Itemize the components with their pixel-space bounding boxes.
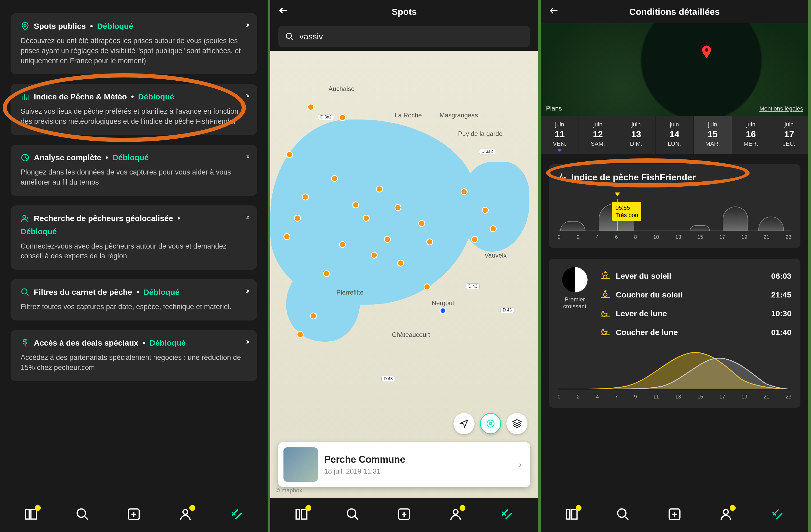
map[interactable]: Auchaise La Roche Masgrangeas Puy de la … xyxy=(270,51,538,498)
person-add-icon xyxy=(21,214,30,223)
road-label: D 3a2 xyxy=(479,149,495,154)
layers-button[interactable] xyxy=(506,413,527,434)
index-tooltip: 05:55Très bon xyxy=(612,202,641,221)
nav-add-icon[interactable] xyxy=(668,507,682,522)
nav-profile-icon[interactable] xyxy=(719,507,733,522)
svg-point-22 xyxy=(618,509,626,517)
spot-marker[interactable] xyxy=(307,104,314,110)
satellite-map[interactable]: Plans Mentions légales xyxy=(541,23,808,116)
topbar: Spots xyxy=(270,0,538,23)
feature-card-analyse-complete[interactable]: ›› Analyse complète • Débloqué Plongez d… xyxy=(11,145,257,196)
status-badge: Débloqué xyxy=(113,153,149,162)
map-label: Nergout xyxy=(431,299,454,307)
nav-logo-icon[interactable] xyxy=(230,507,244,522)
card-title: Indice de Pêche & Météo xyxy=(34,92,127,101)
day-cell[interactable]: juin14LUN. xyxy=(656,116,694,154)
back-button[interactable] xyxy=(549,5,559,18)
bottom-nav xyxy=(0,498,267,532)
road-label: D 43 xyxy=(500,307,514,313)
fishing-index-chart[interactable]: 05:55Très bon0246810131517192123 xyxy=(558,193,792,240)
nav-profile-icon[interactable] xyxy=(178,507,193,522)
feature-cards-list: ›› Spots publics • Débloqué Découvrez où… xyxy=(0,0,267,498)
svg-point-17 xyxy=(705,48,708,51)
svg-rect-5 xyxy=(31,510,36,519)
feature-card-filtres-carnet[interactable]: ›› Filtres du carnet de pêche • Débloqué… xyxy=(11,279,257,320)
card-description: Suivez vos lieux de pêche préférés et pl… xyxy=(21,107,247,127)
chevron-right-icon: ›› xyxy=(246,212,248,221)
feature-card-spots-publics[interactable]: ›› Spots publics • Débloqué Découvrez où… xyxy=(11,13,257,74)
nav-add-icon[interactable] xyxy=(127,507,141,522)
chevron-right-icon: ›› xyxy=(246,91,248,100)
card-description: Connectez-vous avec des pêcheurs autour … xyxy=(21,241,247,261)
topbar: Conditions détaillées xyxy=(541,0,808,23)
map-label: Châteaucourt xyxy=(392,331,430,338)
bottom-nav xyxy=(270,498,538,532)
nav-panels-icon[interactable] xyxy=(294,507,309,522)
spot-marker[interactable] xyxy=(424,284,430,290)
sun-moon-chart[interactable]: 0247911131517192123 xyxy=(558,347,792,400)
notification-badge xyxy=(35,505,41,511)
bars-icon xyxy=(21,92,30,101)
catch-card[interactable]: Perche Commune 18 juil. 2019 11:31 › xyxy=(278,442,530,487)
sunset-icon xyxy=(600,288,611,301)
svg-point-18 xyxy=(603,275,607,278)
day-cell[interactable]: juin17JEU. xyxy=(770,116,808,154)
day-cell[interactable]: juin15MAR. xyxy=(693,116,732,154)
nav-logo-icon[interactable] xyxy=(770,507,784,522)
day-cell[interactable]: juin13DIM. xyxy=(617,116,656,154)
feature-card-indice-peche-meteo[interactable]: ›› Indice de Pêche & Météo • Débloqué Su… xyxy=(11,84,257,135)
moonset-icon xyxy=(600,326,611,338)
notification-badge xyxy=(460,505,465,511)
map-label: Vauveix xyxy=(485,252,507,259)
fishing-index-section: Indice de pêche FishFriender 05:55Très b… xyxy=(549,164,800,248)
day-cell[interactable]: juin11VEN. xyxy=(541,116,579,154)
map-pin-icon xyxy=(701,45,712,61)
svg-point-0 xyxy=(24,24,27,27)
bottom-nav xyxy=(541,498,808,532)
chevron-right-icon: ›› xyxy=(246,20,248,29)
catch-date: 18 juil. 2019 11:31 xyxy=(324,467,405,475)
map-label: La Roche xyxy=(395,111,422,119)
day-cell[interactable]: juin12SAM. xyxy=(579,116,617,154)
svg-rect-13 xyxy=(302,510,307,519)
card-description: Filtrez toutes vos captures par date, es… xyxy=(21,302,247,312)
svg-rect-4 xyxy=(26,510,29,519)
nav-panels-icon[interactable] xyxy=(24,507,38,522)
back-button[interactable] xyxy=(278,5,289,18)
card-title: Filtres du carnet de pêche xyxy=(34,288,132,297)
catch-thumbnail xyxy=(284,447,318,482)
road-label: D 43 xyxy=(381,376,395,382)
feature-card-recherche-pecheurs[interactable]: ›› Recherche de pêcheurs géolocalisée • … xyxy=(11,206,257,270)
svg-point-10 xyxy=(489,423,492,425)
nav-logo-icon[interactable] xyxy=(500,507,514,522)
svg-point-24 xyxy=(723,510,728,514)
search-input[interactable]: vassiv xyxy=(278,26,530,47)
status-badge: Débloqué xyxy=(21,227,247,236)
spot-marker[interactable] xyxy=(297,331,304,338)
svg-point-3 xyxy=(22,289,27,294)
page-title: Conditions détaillées xyxy=(629,6,720,17)
moon-icon xyxy=(562,267,588,293)
svg-rect-12 xyxy=(296,510,300,519)
nav-search-icon[interactable] xyxy=(616,507,630,522)
activity-icon xyxy=(558,173,567,182)
user-location-dot xyxy=(440,307,446,314)
nav-search-icon[interactable] xyxy=(75,507,90,522)
locate-button[interactable] xyxy=(454,413,475,434)
road-label: D 3a2 xyxy=(318,114,334,120)
sun-moon-row: Coucher du soleil21:45 xyxy=(600,285,792,304)
track-button[interactable] xyxy=(480,413,501,434)
nav-profile-icon[interactable] xyxy=(448,507,463,522)
nav-add-icon[interactable] xyxy=(397,507,411,522)
feature-card-deals[interactable]: ›› Accès à des deals spéciaux • Débloqué… xyxy=(11,330,257,381)
card-title: Accès à des deals spéciaux xyxy=(34,338,138,347)
map-controls xyxy=(454,413,527,434)
sun-moon-row: Lever de lune10:30 xyxy=(600,304,792,323)
pie-icon xyxy=(21,153,30,162)
day-cell[interactable]: juin16MER. xyxy=(732,116,770,154)
svg-point-6 xyxy=(77,509,86,517)
nav-search-icon[interactable] xyxy=(346,507,360,522)
chevron-right-icon: › xyxy=(519,460,525,469)
legal-link[interactable]: Mentions légales xyxy=(760,105,803,112)
nav-panels-icon[interactable] xyxy=(565,507,579,522)
